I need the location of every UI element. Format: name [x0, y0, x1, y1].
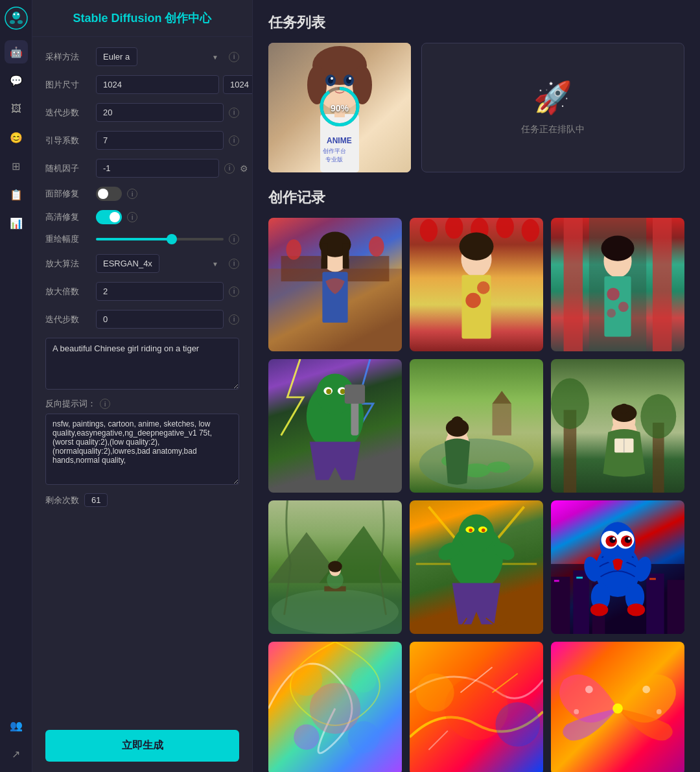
task-list-row: ANIME 创作平台 专业版 90% 🚀 任务正在排队中: [268, 43, 684, 172]
guidance-scale-info-icon[interactable]: i: [229, 135, 239, 146]
iteration-steps-input[interactable]: [96, 103, 224, 122]
gallery-item-12[interactable]: [551, 642, 684, 772]
remaining-label: 剩余次数: [45, 495, 79, 506]
generating-task-card[interactable]: ANIME 创作平台 专业版 90%: [268, 43, 411, 172]
face-restore-info-icon[interactable]: i: [127, 189, 137, 199]
negative-prompt-label-row: 反向提示词： i: [45, 398, 239, 410]
redraw-amplitude-row: 重绘幅度 i: [45, 233, 239, 245]
gallery-item-8[interactable]: [410, 500, 543, 634]
queued-text: 任务正在排队中: [521, 124, 585, 135]
svg-rect-111: [554, 580, 559, 582]
upscale-factor-info-icon[interactable]: i: [229, 287, 239, 297]
image-height-input[interactable]: [223, 75, 252, 94]
creation-record-title: 创作记录: [268, 188, 684, 207]
gallery-item-4[interactable]: [268, 359, 402, 493]
svg-point-123: [628, 537, 631, 540]
hd-restore-toggle[interactable]: [96, 210, 122, 224]
svg-point-75: [446, 419, 469, 436]
iteration-steps-info-icon[interactable]: i: [229, 108, 239, 118]
generate-button[interactable]: 立即生成: [45, 730, 239, 762]
upscale-steps-input[interactable]: [96, 310, 224, 329]
svg-point-3: [18, 20, 23, 24]
svg-point-100: [469, 528, 472, 532]
svg-point-55: [607, 309, 616, 318]
face-restore-label: 面部修复: [45, 188, 91, 200]
svg-rect-70: [493, 404, 511, 436]
nav-clipboard-icon[interactable]: 📋: [5, 183, 28, 206]
nav-grid-icon[interactable]: ⊞: [5, 154, 28, 178]
guidance-scale-input[interactable]: [96, 131, 224, 150]
upscale-method-select[interactable]: ESRGAN_4x Lanczos Nearest LDSR: [96, 254, 159, 273]
sampling-method-info-icon[interactable]: i: [229, 52, 239, 62]
svg-point-101: [482, 528, 485, 532]
svg-rect-49: [653, 218, 671, 351]
panel-title: Stable Diffusion 创作中心: [32, 0, 252, 37]
svg-rect-110: [668, 580, 684, 634]
random-seed-info-icon[interactable]: i: [224, 163, 235, 174]
face-restore-toggle[interactable]: [96, 187, 122, 201]
svg-point-135: [294, 725, 319, 750]
upscale-steps-info-icon[interactable]: i: [229, 314, 239, 325]
svg-point-84: [619, 404, 629, 414]
svg-point-2: [10, 20, 15, 24]
svg-point-78: [551, 378, 589, 428]
nav-chart-icon[interactable]: 📊: [5, 211, 28, 235]
upscale-method-label: 放大算法: [45, 258, 91, 270]
prompt-textarea[interactable]: A beautiful Chinese girl riding on a tig…: [45, 338, 239, 390]
svg-rect-107: [573, 570, 589, 634]
random-seed-gear-icon[interactable]: ⚙: [240, 163, 248, 174]
nav-share-icon[interactable]: ↗: [5, 742, 28, 766]
upscale-factor-label: 放大倍数: [45, 286, 91, 298]
gallery-item-5[interactable]: [410, 359, 543, 493]
upscale-method-row: 放大算法 ESRGAN_4x Lanczos Nearest LDSR i: [45, 254, 239, 273]
gallery-item-7[interactable]: [268, 500, 402, 634]
redraw-amplitude-info-icon[interactable]: i: [229, 234, 239, 244]
svg-point-52: [601, 235, 634, 261]
gallery-item-9[interactable]: [551, 500, 684, 634]
svg-point-145: [585, 686, 593, 694]
hd-restore-info-icon[interactable]: i: [127, 212, 137, 222]
negative-prompt-info-icon[interactable]: i: [100, 399, 110, 409]
svg-point-68: [487, 462, 510, 473]
nav-face-icon[interactable]: 😊: [5, 126, 28, 149]
svg-rect-106: [551, 577, 570, 634]
upscale-method-info-icon[interactable]: i: [229, 259, 239, 269]
iteration-steps-label: 迭代步数: [45, 107, 91, 119]
image-width-input[interactable]: [96, 75, 219, 94]
upscale-steps-row: 迭代步数 i: [45, 310, 239, 329]
svg-point-5: [17, 14, 19, 16]
nav-image-icon[interactable]: 🖼: [5, 97, 28, 121]
sampling-method-row: 采样方法 Euler a Euler LMS DDIM i: [45, 47, 239, 66]
svg-point-80: [640, 394, 676, 439]
upscale-factor-row: 放大倍数 i: [45, 282, 239, 301]
svg-point-62: [340, 389, 345, 394]
sampling-method-select[interactable]: Euler a Euler LMS DDIM: [96, 47, 137, 66]
nav-people-icon[interactable]: 👥: [5, 714, 28, 737]
gallery-item-3[interactable]: [551, 218, 684, 351]
remaining-badge: 61: [84, 493, 108, 507]
gallery-item-6[interactable]: [551, 359, 684, 493]
nav-chat-icon[interactable]: 💬: [5, 69, 28, 92]
gallery-grid: [268, 218, 684, 772]
gallery-item-11[interactable]: [410, 642, 543, 772]
upscale-factor-input[interactable]: [96, 282, 224, 301]
gallery-item-10[interactable]: [268, 642, 402, 772]
settings-panel: Stable Diffusion 创作中心 采样方法 Euler a Euler…: [32, 0, 253, 772]
svg-point-61: [326, 389, 331, 394]
svg-point-36: [420, 219, 438, 242]
redraw-amplitude-slider[interactable]: [96, 238, 224, 240]
svg-text:ANIME: ANIME: [327, 136, 352, 145]
hd-restore-row: 高清修复 i: [45, 210, 239, 224]
svg-point-139: [495, 702, 540, 747]
svg-rect-34: [343, 243, 349, 268]
negative-prompt-textarea[interactable]: nsfw, paintings, cartoon, anime, sketche…: [45, 414, 239, 485]
gallery-item-1[interactable]: [268, 218, 402, 351]
random-seed-input[interactable]: [96, 159, 219, 178]
svg-point-16: [349, 77, 351, 80]
task-list-title: 任务列表: [268, 13, 684, 32]
svg-point-43: [460, 233, 494, 261]
nav-robot-icon[interactable]: 🤖: [5, 40, 28, 64]
guidance-scale-row: 引导系数 i: [45, 131, 239, 150]
gallery-item-2[interactable]: [410, 218, 543, 351]
progress-text: 90%: [331, 102, 349, 113]
